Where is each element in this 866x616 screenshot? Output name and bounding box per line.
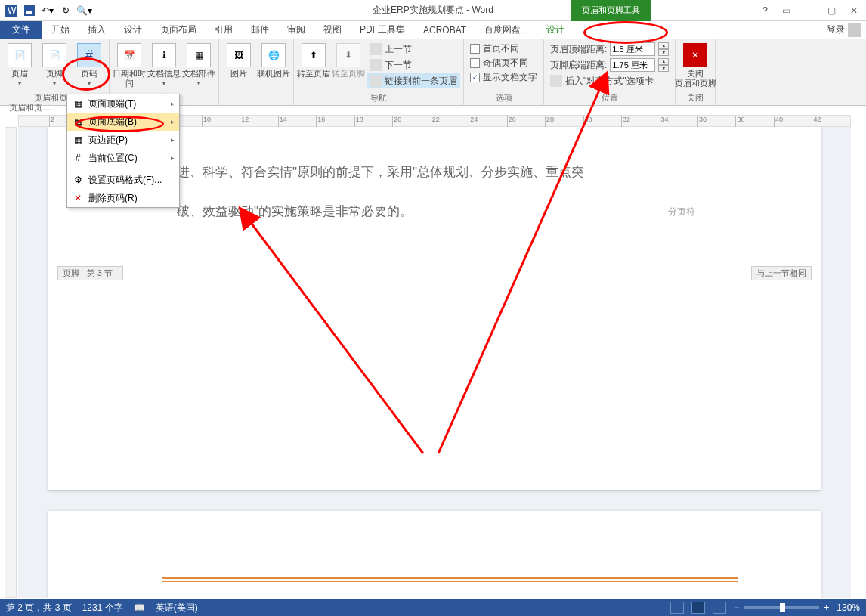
page-break-marker: 分页符	[618, 206, 745, 218]
zoom-level[interactable]: 130%	[837, 602, 860, 613]
title-bar: W ↶▾ ↻ 🔍▾ 企业ERP实施规划要点 - Word 页眉和页脚工具 ? ▭…	[0, 0, 866, 21]
group-position: 页眉顶端距离:▴▾ 页脚底端距离:▴▾ 插入"对齐方式"选项卡 位置	[544, 39, 676, 105]
zoom-slider[interactable]: − +	[734, 602, 829, 613]
tab-pdf[interactable]: PDF工具集	[351, 21, 414, 39]
close-icon[interactable]: ✕	[845, 3, 863, 18]
redo-icon[interactable]: ↻	[57, 2, 74, 19]
header-rule	[162, 581, 738, 582]
close-header-footer-button[interactable]: ✕关闭 页眉和页脚	[679, 42, 712, 88]
footer-distance-spinner[interactable]: 页脚底端距离:▴▾	[547, 57, 672, 73]
goto-footer-button: ⬇转至页脚	[332, 42, 365, 79]
svg-text:W: W	[8, 5, 17, 16]
picture-button[interactable]: 🖼图片	[222, 42, 255, 79]
tab-home[interactable]: 开始	[42, 21, 79, 39]
page-number-dropdown: ▦页面顶端(T)▸ ▦页面底端(B)▸ ▦页边距(P)▸ #当前位置(C)▸ ⚙…	[66, 94, 180, 208]
ribbon-options-icon[interactable]: ▭	[777, 3, 795, 18]
footer-boundary	[57, 274, 812, 274]
footer-section-label: 页脚 - 第 3 节 -	[57, 266, 123, 280]
page-status[interactable]: 第 2 页，共 3 页	[6, 602, 72, 614]
footer-button[interactable]: 📄页脚▾	[38, 42, 71, 87]
zoom-in-icon[interactable]: +	[824, 602, 829, 613]
online-picture-button[interactable]: 🌐联机图片	[257, 42, 290, 79]
window-controls: ▭ — ▢ ✕	[777, 3, 863, 18]
tab-layout[interactable]: 页面布局	[151, 21, 206, 39]
minimize-icon[interactable]: —	[800, 3, 818, 18]
menu-remove-page-numbers[interactable]: ✕删除页码(R)	[67, 189, 179, 207]
header-distance-spinner[interactable]: 页眉顶端距离:▴▾	[547, 42, 672, 57]
svg-rect-3	[26, 11, 32, 14]
window-title: 企业ERP实施规划要点 - Word	[0, 4, 866, 17]
tab-mailings[interactable]: 邮件	[242, 21, 278, 39]
save-icon[interactable]	[21, 2, 38, 19]
insert-alignment-tab-button[interactable]: 插入"对齐方式"选项卡	[547, 73, 672, 88]
docinfo-button[interactable]: ℹ文档信息▾	[147, 42, 181, 87]
proofing-icon[interactable]: 📖	[134, 602, 145, 613]
print-preview-icon[interactable]: 🔍▾	[76, 2, 92, 19]
group-navigation: ⬆转至页眉 ⬇转至页脚 上一节 下一节 链接到前一条页眉 导航	[294, 39, 464, 105]
print-layout-icon[interactable]	[691, 602, 705, 614]
different-first-page-checkbox[interactable]: 首页不同	[467, 42, 540, 55]
group-media: 🖼图片 🌐联机图片	[219, 39, 294, 105]
show-document-text-checkbox[interactable]: ✓显示文档文字	[467, 70, 540, 84]
menu-format-page-numbers[interactable]: ⚙设置页码格式(F)...	[67, 171, 179, 189]
link-previous-button[interactable]: 链接到前一条页眉	[367, 73, 460, 88]
word-count[interactable]: 1231 个字	[82, 602, 123, 614]
header-button[interactable]: 📄页眉▾	[3, 42, 36, 87]
word-icon: W	[3, 2, 20, 19]
menu-bottom-of-page[interactable]: ▦页面底端(B)▸	[67, 113, 179, 131]
tab-view[interactable]: 视图	[314, 21, 351, 39]
tab-design[interactable]: 设计	[115, 21, 151, 39]
docparts-button[interactable]: ▦文档部件▾	[182, 42, 215, 87]
ribbon-tabs: 文件 开始 插入 设计 页面布局 引用 邮件 审阅 视图 PDF工具集 ACRO…	[0, 21, 866, 39]
menu-current-position[interactable]: #当前位置(C)▸	[67, 149, 179, 167]
page-number-button[interactable]: #页码▾	[73, 42, 106, 87]
maximize-icon[interactable]: ▢	[822, 3, 840, 18]
tab-file[interactable]: 文件	[0, 21, 42, 39]
tab-hf-design[interactable]: 设计	[537, 21, 574, 39]
group-options: 首页不同 奇偶页不同 ✓显示文档文字 选项	[464, 39, 544, 105]
help-icon[interactable]: ?	[762, 5, 768, 16]
different-odd-even-checkbox[interactable]: 奇偶页不同	[467, 56, 540, 70]
tab-acrobat[interactable]: ACROBAT	[414, 21, 475, 39]
web-layout-icon[interactable]	[713, 602, 726, 614]
tab-insert[interactable]: 插入	[79, 21, 115, 39]
datetime-button[interactable]: 📅日期和时间	[113, 42, 146, 88]
quick-access-toolbar: W ↶▾ ↻ 🔍▾	[0, 2, 95, 19]
zoom-out-icon[interactable]: −	[734, 602, 739, 613]
group-close: ✕关闭 页眉和页脚 关闭	[676, 39, 716, 105]
menu-page-margins[interactable]: ▦页边距(P)▸	[67, 131, 179, 149]
header-rule	[162, 577, 738, 579]
page-2: 页眉 - 第 3 节 - 与上一节相同 第四，认真进行数据准备工作。企业管理 E…	[48, 511, 821, 598]
breadcrumb: 页眉和页…	[9, 102, 51, 113]
goto-header-button[interactable]: ⬆转至页眉	[297, 42, 330, 79]
tab-review[interactable]: 审阅	[278, 21, 314, 39]
undo-icon[interactable]: ↶▾	[39, 2, 56, 19]
status-bar: 第 2 页，共 3 页 1231 个字 📖 英语(美国) − + 130%	[0, 599, 866, 616]
menu-top-of-page[interactable]: ▦页面顶端(T)▸	[67, 94, 179, 113]
read-mode-icon[interactable]	[670, 602, 684, 614]
same-as-previous-label: 与上一节相同	[751, 266, 812, 280]
login-label: 登录	[827, 23, 845, 36]
body-text: 进、科学、符合实情"原则的前提下，采用"总体规划、分步实施、重点突	[177, 159, 745, 186]
vertical-ruler[interactable]	[5, 127, 17, 598]
next-section-button[interactable]: 下一节	[367, 57, 460, 73]
tab-references[interactable]: 引用	[206, 21, 242, 39]
tab-baidu[interactable]: 百度网盘	[475, 21, 530, 39]
contextual-tab-label: 页眉和页脚工具	[571, 0, 651, 21]
language-status[interactable]: 英语(美国)	[156, 602, 198, 614]
login-area[interactable]: 登录	[827, 23, 861, 37]
avatar-icon	[848, 23, 861, 37]
prev-section-button[interactable]: 上一节	[367, 42, 460, 57]
